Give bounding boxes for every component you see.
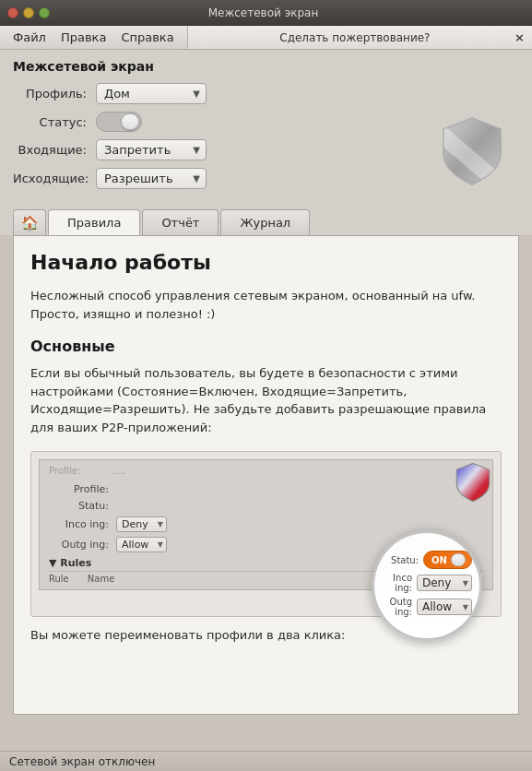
screenshot-profile-label: Profile:	[49, 483, 109, 495]
profile-label: Профиль:	[13, 87, 96, 101]
status-text: Сетевой экран отключен	[9, 755, 155, 768]
donation-close-button[interactable]: ×	[514, 30, 525, 44]
header-row: Файл Правка Справка Сделать пожертвовани…	[0, 26, 532, 50]
screenshot-shield	[455, 461, 491, 506]
magnify-deny-arrow: ▼	[463, 579, 468, 587]
shield-icon	[440, 114, 504, 188]
magnify-allow-label: Outg ing:	[382, 597, 412, 617]
profile-value: Дом	[104, 87, 130, 101]
screenshot-status-label: Statu:	[49, 500, 109, 512]
screenshot-allow-arrow: ▼	[158, 540, 163, 549]
screenshot-name-col: Name	[88, 574, 115, 584]
menu-file[interactable]: Файл	[6, 28, 53, 47]
screenshot-profile-row: Profile:	[49, 483, 483, 495]
menu-help[interactable]: Справка	[113, 28, 181, 47]
magnify-deny-label: Inco ing:	[382, 573, 412, 593]
magnify-allow-value: Allow	[422, 600, 452, 613]
screenshot-rule-col: Rule	[49, 574, 69, 584]
window-title: Межсетевой экран	[2, 6, 525, 19]
screenshot-allow-value: Allow	[122, 539, 148, 551]
screenshot-preview: Profile: ..... Profile: Statu: Inco ing:…	[30, 451, 502, 617]
content-paragraph-2: Если вы обычный пользователь, вы будете …	[30, 364, 502, 436]
magnify-deny-row: Inco ing: Deny ▼	[382, 573, 472, 593]
magnify-allow-arrow: ▼	[463, 603, 468, 611]
incoming-label: Входящие:	[13, 143, 96, 157]
magnify-allow-row: Outg ing: Allow ▼	[382, 597, 472, 617]
donation-text: Сделать пожертвование?	[195, 31, 514, 44]
section-title: Межсетевой экран	[13, 59, 519, 74]
shield-icon-container	[440, 114, 504, 191]
magnify-status-label: Statu:	[382, 555, 419, 565]
home-icon: 🏠	[21, 215, 39, 231]
main-controls: Межсетевой экран Профиль: Дом ▼ Статус: …	[0, 50, 532, 202]
content-paragraph-1: Несложный способ управления сетевым экра…	[30, 287, 502, 323]
content-panel: Начало работы Несложный способ управлени…	[13, 235, 519, 715]
incoming-dropdown[interactable]: Запретить ▼	[96, 139, 207, 160]
magnify-status-row: Statu: ON	[382, 551, 472, 569]
donation-bar: Сделать пожертвование? ×	[187, 26, 532, 49]
outgoing-dropdown[interactable]: Разрешить ▼	[96, 168, 207, 189]
incoming-dropdown-arrow: ▼	[193, 145, 200, 155]
screenshot-outgoing-label: Outg ing:	[49, 539, 109, 551]
profile-row: Профиль: Дом ▼	[13, 83, 519, 104]
screenshot-incoming-row: Inco ing: Deny ▼	[49, 516, 483, 532]
tab-bar: 🏠 Правила Отчёт Журнал	[0, 202, 532, 235]
screenshot-deny-value: Deny	[122, 518, 148, 530]
menu-edit[interactable]: Правка	[53, 28, 113, 47]
content-heading-1: Начало работы	[30, 251, 502, 274]
screenshot-deny-arrow: ▼	[158, 520, 163, 528]
profile-dropdown-arrow: ▼	[193, 89, 200, 99]
profile-dropdown[interactable]: Дом ▼	[96, 83, 207, 104]
incoming-value: Запретить	[104, 143, 171, 157]
magnify-deny-value: Deny	[422, 576, 451, 589]
status-bar: Сетевой экран отключен	[0, 751, 532, 771]
status-toggle[interactable]	[96, 112, 142, 132]
on-toggle-knob	[451, 553, 466, 566]
content-heading-2: Основные	[30, 338, 502, 355]
tab-journal[interactable]: Журнал	[220, 209, 310, 235]
on-label: ON	[432, 555, 447, 565]
menu-section: Файл Правка Справка	[0, 26, 187, 49]
magnify-overlay: Statu: ON Inco ing: Deny ▼ Outg ing: All…	[372, 530, 482, 641]
screenshot-incoming-label: Inco ing:	[49, 518, 109, 530]
magnify-on-toggle: ON	[423, 551, 472, 569]
screenshot-deny-dropdown: Deny ▼	[116, 516, 167, 532]
outgoing-label: Исходящие:	[13, 172, 96, 185]
screenshot-status-row: Statu:	[49, 500, 483, 512]
tab-report[interactable]: Отчёт	[142, 209, 219, 235]
magnify-allow-dropdown: Allow ▼	[417, 599, 472, 615]
tab-rules[interactable]: Правила	[48, 209, 140, 235]
status-label: Статус:	[13, 115, 96, 129]
outgoing-value: Разрешить	[104, 172, 173, 185]
magnify-deny-dropdown: Deny ▼	[417, 575, 472, 591]
outgoing-dropdown-arrow: ▼	[193, 173, 200, 184]
tab-home-button[interactable]: 🏠	[13, 209, 46, 235]
toggle-knob	[121, 113, 139, 130]
titlebar: Межсетевой экран	[0, 0, 532, 26]
screenshot-allow-dropdown: Allow ▼	[116, 537, 167, 552]
